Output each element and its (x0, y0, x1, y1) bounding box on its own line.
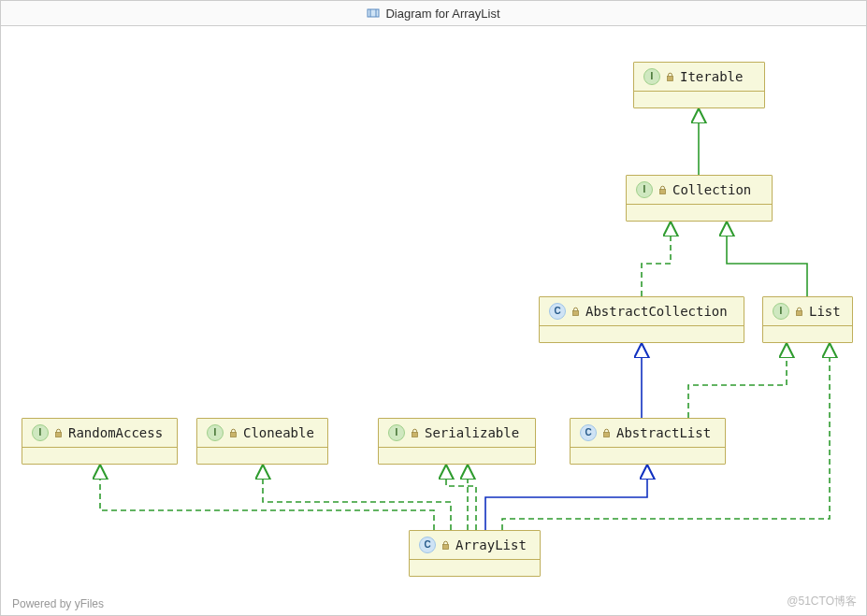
class-badge-icon: C (580, 424, 597, 441)
title-text: Diagram for ArrayList (385, 7, 499, 21)
node-label: Serializable (425, 425, 519, 440)
watermark: @51CTO博客 (787, 594, 857, 609)
svg-rect-3 (668, 76, 673, 80)
interface-badge-icon: I (636, 181, 653, 198)
class-badge-icon: C (549, 303, 566, 320)
lock-icon (666, 72, 674, 82)
svg-rect-7 (56, 432, 62, 437)
node-iterable[interactable]: IIterable (633, 62, 765, 108)
interface-badge-icon: I (32, 424, 49, 441)
interface-badge-icon: I (207, 424, 224, 441)
lock-icon (571, 307, 580, 317)
lock-icon (658, 185, 667, 195)
svg-rect-8 (231, 432, 237, 437)
svg-rect-5 (573, 310, 579, 315)
node-label: RandomAccess (68, 425, 163, 440)
node-label: AbstractList (616, 425, 711, 440)
node-cloneable[interactable]: ICloneable (196, 418, 328, 465)
diagram-frame: Diagram for ArrayList IIterableICollecti… (0, 0, 867, 616)
svg-rect-9 (412, 432, 418, 437)
diagram-icon (367, 7, 380, 20)
lock-icon (441, 540, 450, 551)
node-label: ArrayList (455, 537, 527, 552)
node-label: List (809, 304, 841, 319)
node-list[interactable]: IList (762, 296, 853, 343)
lock-icon (411, 428, 419, 438)
svg-rect-0 (368, 9, 379, 17)
node-arrayList[interactable]: CArrayList (409, 530, 541, 577)
node-label: Iterable (680, 69, 743, 84)
node-abstractList[interactable]: CAbstractList (570, 418, 726, 465)
node-label: Cloneable (243, 425, 314, 440)
edge-abstractCollection-collection (642, 222, 671, 296)
node-serializable[interactable]: ISerializable (378, 418, 536, 465)
svg-rect-10 (604, 432, 610, 437)
interface-badge-icon: I (773, 303, 789, 320)
lock-icon (229, 428, 238, 438)
node-label: AbstractCollection (585, 304, 728, 319)
edge-arrayList-cloneable (263, 465, 451, 530)
diagram-canvas[interactable]: IIterableICollectionCAbstractCollectionI… (1, 25, 866, 616)
node-abstractCollection[interactable]: CAbstractCollection (539, 296, 744, 343)
lock-icon (795, 307, 803, 317)
svg-rect-11 (443, 544, 449, 549)
edge-abstractList-list (688, 343, 787, 418)
interface-badge-icon: I (388, 424, 405, 441)
class-badge-icon: C (419, 537, 436, 553)
footer-text: Powered by yFiles (12, 597, 104, 610)
node-collection[interactable]: ICollection (626, 175, 773, 222)
title-bar: Diagram for ArrayList (1, 1, 866, 26)
edge-arrayList-randomAccess (100, 465, 434, 530)
svg-rect-6 (797, 310, 802, 315)
svg-rect-4 (660, 189, 666, 193)
interface-badge-icon: I (643, 68, 660, 85)
lock-icon (54, 428, 63, 438)
edge-list-collection (727, 222, 807, 296)
edge-arrayList-serializable2 (446, 465, 476, 530)
node-randomAccess[interactable]: IRandomAccess (22, 418, 178, 465)
lock-icon (602, 428, 611, 438)
node-label: Collection (672, 182, 751, 197)
edge-arrayList-abstractList (485, 465, 647, 530)
